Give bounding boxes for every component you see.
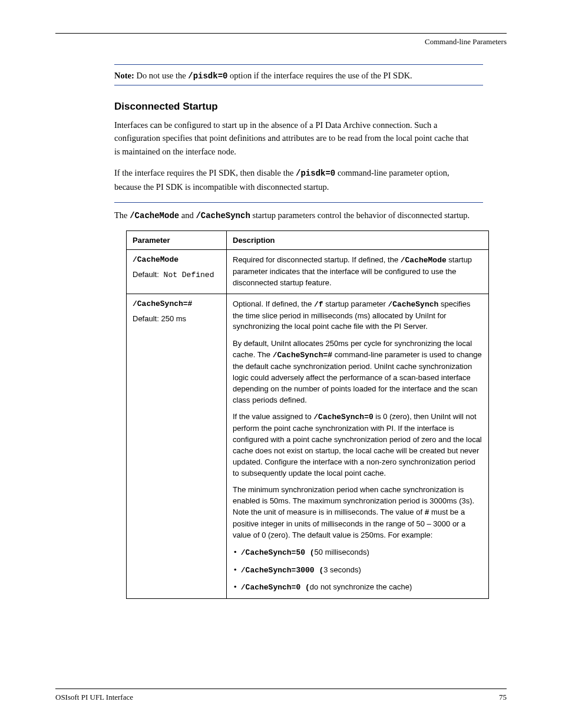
bullet-item: • /CacheSynch=50 (50 milliseconds) <box>241 547 482 559</box>
table-row: /CacheSynch=# Default: 250 ms Optional. … <box>127 294 489 598</box>
bullet-item: • /CacheSynch=0 (do not synchronize the … <box>241 582 482 594</box>
table-desc: By default, UniInt allocates 250ms per c… <box>233 338 482 406</box>
note-block: Note: Do not use the /pisdk=0 option if … <box>114 70 483 83</box>
body-paragraph-2: If the interface requires the PI SDK, th… <box>114 166 471 193</box>
parameters-table: Parameter Description /CacheMode Default… <box>126 230 489 599</box>
table-desc: The minimum synchronization period when … <box>233 485 482 541</box>
page-footer: OSIsoft PI UFL Interface 75 <box>55 689 507 702</box>
bullet-item: • /CacheSynch=3000 (3 seconds) <box>241 565 482 577</box>
footer-page-number: 75 <box>499 693 507 702</box>
table-row: /CacheMode Default: Not Defined Required… <box>127 250 489 294</box>
running-header: Command-line Parameters <box>55 37 507 47</box>
note-code: /pisdk=0 <box>188 71 227 81</box>
table-header-parameter: Parameter <box>127 231 227 250</box>
heading-disconnected-startup: Disconnected Startup <box>114 101 507 113</box>
note-label: Note: <box>114 71 134 80</box>
note-text-2: option if the interface requires the use… <box>227 71 412 80</box>
table-header-description: Description <box>227 231 489 250</box>
table-desc: If the value assigned to /CacheSynch=0 i… <box>233 411 482 479</box>
param-cachemode: /CacheMode <box>133 255 178 264</box>
body-paragraph-3: The /CacheMode and /CacheSynch startup p… <box>114 209 471 223</box>
table-desc: Required for disconnected startup. If de… <box>233 255 482 289</box>
footer-left: OSIsoft PI UFL Interface <box>55 693 133 702</box>
table-desc: Optional. If defined, the /f startup par… <box>233 299 482 333</box>
body-paragraph-1: Interfaces can be configured to start up… <box>114 118 471 158</box>
param-cachesynch: /CacheSynch=# <box>133 299 192 308</box>
note-text-1: Do not use the <box>134 71 188 80</box>
